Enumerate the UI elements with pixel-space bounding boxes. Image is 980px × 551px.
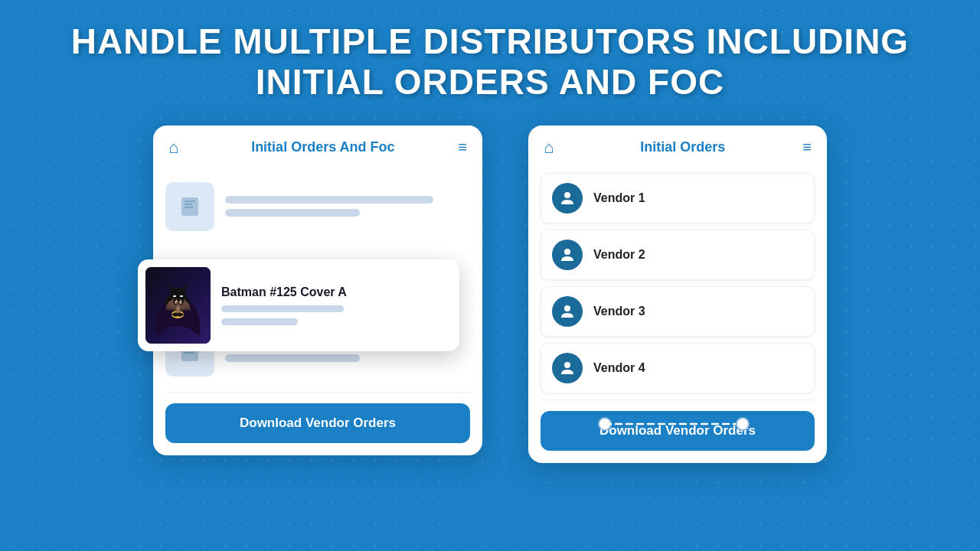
svg-point-22 — [564, 362, 570, 368]
vendor-name-1: Vendor 1 — [593, 191, 645, 205]
title-line1: HANDLE MULTIPLE DISTRIBUTORS INCLUDING — [71, 21, 909, 62]
right-menu-icon[interactable]: ≡ — [802, 139, 812, 156]
book-lines-1 — [225, 196, 470, 217]
svg-point-13 — [172, 311, 184, 318]
vendor-avatar-1 — [552, 183, 583, 214]
line-short-1 — [225, 209, 360, 217]
svg-point-20 — [564, 249, 570, 255]
line-long-1 — [225, 196, 433, 204]
separator-right — [541, 399, 815, 400]
batman-popup: Batman #125 Cover A — [138, 259, 459, 351]
left-download-button[interactable]: Download Vendor Orders — [165, 403, 470, 443]
left-card-title: Initial Orders And Foc — [188, 139, 458, 155]
vendor-name-3: Vendor 3 — [593, 305, 645, 318]
svg-rect-8 — [145, 267, 211, 344]
svg-rect-15 — [180, 295, 183, 297]
title-line2: INITIAL ORDERS AND FOC — [71, 62, 909, 103]
svg-rect-14 — [173, 295, 176, 297]
line-short-2 — [225, 354, 360, 362]
separator-left — [165, 392, 470, 393]
batman-cover — [145, 267, 211, 344]
page-content: HANDLE MULTIPLE DISTRIBUTORS INCLUDING I… — [0, 0, 980, 551]
home-icon: ⌂ — [168, 138, 178, 158]
vendor-item-4[interactable]: Vendor 4 — [541, 343, 815, 393]
svg-rect-7 — [185, 352, 194, 354]
book-icon-1 — [178, 194, 202, 219]
batman-line1 — [221, 305, 344, 312]
svg-rect-1 — [185, 201, 195, 202]
batman-line2 — [221, 318, 298, 325]
right-download-button[interactable]: Download Vendor Orders — [541, 411, 815, 451]
vendor-list: Vendor 1 Vendor 2 — [528, 167, 827, 399]
vendor-item-2[interactable]: Vendor 2 — [541, 230, 815, 280]
vendor-item-1[interactable]: Vendor 1 — [541, 173, 815, 223]
vendor-avatar-2 — [552, 240, 583, 270]
right-card-header: ⌂ Initial Orders ≡ — [528, 126, 827, 167]
left-menu-icon[interactable]: ≡ — [458, 139, 467, 156]
batman-info: Batman #125 Cover A — [221, 285, 347, 325]
vendor-avatar-3 — [552, 296, 583, 327]
svg-point-21 — [564, 305, 570, 311]
vendor-name-2: Vendor 2 — [593, 248, 645, 262]
list-item-1 — [165, 176, 470, 237]
svg-rect-3 — [185, 207, 194, 208]
cards-row: ⌂ Initial Orders And Foc ≡ — [153, 126, 827, 463]
svg-rect-2 — [185, 204, 192, 205]
left-card-header: ⌂ Initial Orders And Foc ≡ — [153, 126, 482, 167]
right-card-title: Initial Orders — [563, 139, 802, 155]
book-thumb-1 — [165, 182, 214, 231]
svg-point-19 — [564, 192, 570, 198]
batman-emoji — [145, 267, 211, 344]
main-title: HANDLE MULTIPLE DISTRIBUTORS INCLUDING I… — [71, 21, 909, 103]
right-home-icon: ⌂ — [544, 138, 554, 158]
vendor-avatar-4 — [552, 353, 583, 383]
right-card: ⌂ Initial Orders ≡ Vendor 1 — [528, 126, 827, 463]
batman-title: Batman #125 Cover A — [221, 285, 347, 299]
batman-cover-svg — [145, 267, 211, 344]
vendor-item-3[interactable]: Vendor 3 — [541, 286, 815, 337]
vendor-name-4: Vendor 4 — [593, 361, 645, 375]
